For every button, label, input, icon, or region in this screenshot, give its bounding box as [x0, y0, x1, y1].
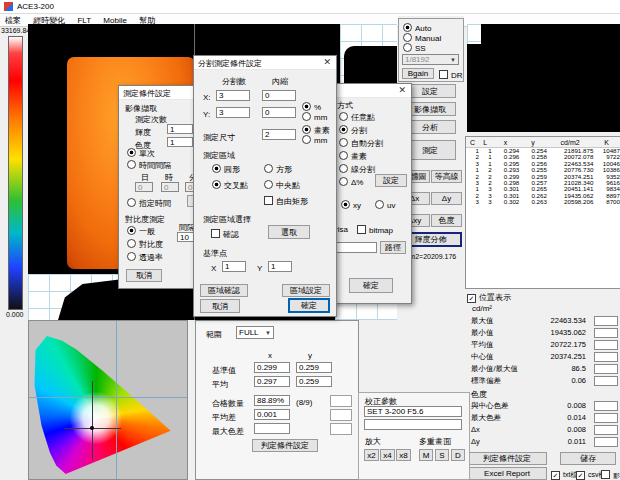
- radio-any-point[interactable]: 任意點: [339, 112, 375, 123]
- radio-center-point[interactable]: 中央點: [264, 180, 300, 191]
- stat-box[interactable]: [594, 352, 618, 362]
- zoom-x8-button[interactable]: x8: [396, 449, 411, 461]
- confirm-checkbox[interactable]: 確認: [211, 229, 239, 240]
- pick-button[interactable]: 選取: [268, 225, 310, 239]
- gain-button[interactable]: Bgain: [402, 68, 434, 79]
- ref-x-field[interactable]: 0.299: [254, 362, 290, 373]
- radio-circle[interactable]: 圓形: [212, 164, 240, 175]
- secondary-image-pane[interactable]: [467, 24, 620, 132]
- range-judge-button[interactable]: 判定條件設定: [252, 439, 318, 452]
- radio-single[interactable]: 單次: [127, 148, 155, 159]
- radio-interval[interactable]: 時間間隔: [127, 160, 171, 171]
- stat-box[interactable]: [594, 425, 618, 435]
- split-cancel-button[interactable]: 取消: [200, 299, 240, 313]
- chroma-count-field[interactable]: 1: [167, 137, 193, 147]
- method-set-button[interactable]: 設定: [375, 174, 407, 187]
- radio-pixel[interactable]: 畫素: [339, 151, 367, 162]
- base-x-field[interactable]: 1: [222, 261, 246, 272]
- range-select[interactable]: FULL▼: [236, 326, 274, 339]
- image-file-checkbox[interactable]: 影像檔: [601, 470, 620, 480]
- x-inset-field[interactable]: 0: [262, 90, 296, 101]
- stat-box[interactable]: [594, 328, 618, 338]
- max-diff-label: 最大色差: [212, 426, 244, 437]
- y-inset-field[interactable]: 0: [262, 107, 296, 118]
- judge-condition-button[interactable]: 判定條件設定: [467, 452, 547, 465]
- split-ok-button[interactable]: 確定: [288, 298, 330, 313]
- radio-manual[interactable]: Manual: [403, 33, 441, 43]
- day-field[interactable]: 0: [135, 182, 153, 192]
- radio-square[interactable]: 方形: [264, 164, 292, 175]
- max-diff-field[interactable]: [254, 423, 290, 434]
- stat-row: 標準偏差0.06: [464, 376, 620, 386]
- radio-delta-pct[interactable]: Δ%: [339, 177, 363, 187]
- image-file-checkbox-box: [601, 470, 610, 479]
- stat-box[interactable]: [594, 364, 618, 374]
- close-icon[interactable]: ✕: [398, 85, 406, 95]
- bitmap-checkbox-box: [357, 225, 366, 234]
- menu-file[interactable]: 檔案: [0, 14, 26, 27]
- zoom-x4-button[interactable]: x4: [380, 449, 395, 461]
- multi-d-button[interactable]: D: [451, 449, 465, 461]
- radio-percent[interactable]: %: [302, 102, 321, 112]
- close-icon[interactable]: ✕: [323, 57, 331, 67]
- area-set-button[interactable]: 區域設定: [282, 284, 330, 297]
- multi-s-button[interactable]: S: [435, 449, 449, 461]
- radio-specified-time[interactable]: 指定時間: [127, 198, 171, 209]
- x-div-field[interactable]: 3: [216, 90, 250, 101]
- path-field[interactable]: [335, 242, 377, 253]
- size-field[interactable]: 2: [262, 129, 296, 140]
- hour-field[interactable]: 0: [161, 182, 179, 192]
- radio-mm-unit[interactable]: mm: [302, 135, 327, 145]
- bitmap-checkbox[interactable]: bitmap: [357, 225, 393, 235]
- chroma-button[interactable]: 色度: [431, 214, 462, 227]
- freerect-checkbox[interactable]: 自由矩形: [264, 196, 308, 207]
- ref-y-field[interactable]: 0.259: [296, 362, 332, 373]
- dr-checkbox[interactable]: DR: [439, 70, 463, 80]
- radio-line-split[interactable]: 線分割: [339, 164, 375, 175]
- radio-auto[interactable]: Auto: [403, 23, 431, 33]
- calib-extra-field[interactable]: [364, 419, 462, 430]
- dialog-title-bar[interactable]: 分割測定條件設定: [194, 56, 336, 70]
- lum-count-field[interactable]: 1: [167, 124, 193, 134]
- radio-general[interactable]: 一般: [127, 226, 155, 237]
- radio-contrast[interactable]: 對比度: [127, 239, 163, 250]
- zoom-x2-button[interactable]: x2: [364, 449, 379, 461]
- measurement-table[interactable]: C L x y cd/m2 K 110.2940.25421891.875104…: [465, 136, 620, 289]
- stat-box[interactable]: [594, 376, 618, 386]
- excel-report-button[interactable]: Excel Report: [467, 467, 547, 480]
- stat-box[interactable]: [594, 413, 618, 423]
- path-button[interactable]: 路徑: [380, 241, 406, 254]
- stat-box[interactable]: [594, 401, 618, 411]
- radio-transmittance[interactable]: 透過率: [127, 252, 163, 263]
- measure-cancel-button[interactable]: 取消: [126, 269, 162, 282]
- stat-box[interactable]: [594, 340, 618, 350]
- multi-m-button[interactable]: M: [419, 449, 433, 461]
- pass-field[interactable]: 88.89%: [254, 395, 290, 406]
- method-ok-button[interactable]: 確定: [349, 278, 393, 293]
- calib-value-field[interactable]: SET 3-200 F5.6: [364, 406, 462, 417]
- stat-box[interactable]: [594, 437, 618, 447]
- avg-x-field[interactable]: 0.297: [254, 376, 290, 387]
- freerect-checkbox-box: [264, 196, 273, 205]
- shutter-select[interactable]: 1/8192▼: [402, 54, 459, 65]
- area-confirm-button[interactable]: 區域確認: [200, 284, 248, 297]
- txt-checkbox[interactable]: txt檔: [551, 470, 577, 480]
- base-y-field[interactable]: 1: [268, 261, 292, 272]
- delta-y-button[interactable]: Δy: [431, 192, 462, 205]
- radio-dot: [302, 135, 311, 144]
- radio-xy[interactable]: xy: [341, 200, 361, 210]
- cie-chromaticity-diagram[interactable]: [28, 320, 188, 480]
- y-div-field[interactable]: 3: [216, 107, 250, 118]
- contour-button[interactable]: 等高線: [431, 170, 462, 183]
- position-display-checkbox[interactable]: 位置表示: [467, 292, 511, 303]
- avg-y-field[interactable]: 0.259: [296, 376, 332, 387]
- avg-diff-field[interactable]: 0.001: [254, 409, 290, 420]
- radio-cross-point[interactable]: 交叉點: [212, 180, 248, 191]
- radio-split[interactable]: 分割: [339, 125, 367, 136]
- save-button[interactable]: 儲存: [560, 452, 616, 465]
- radio-uv[interactable]: uv: [375, 200, 395, 210]
- radio-mm[interactable]: mm: [302, 112, 327, 122]
- stat-box[interactable]: [594, 316, 618, 326]
- radio-ss[interactable]: SS: [403, 43, 426, 53]
- radio-auto-split[interactable]: 自動分割: [339, 138, 383, 149]
